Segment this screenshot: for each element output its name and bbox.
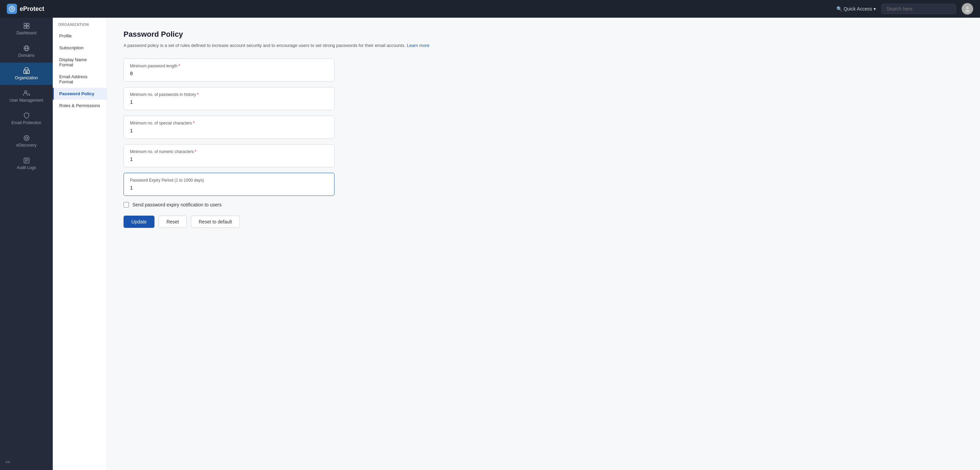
sub-sidebar: ORGANIZATION Profile Subscription Displa… <box>53 18 107 470</box>
sidebar-collapse-button[interactable]: << <box>0 454 53 470</box>
sidebar-item-organization-label: Organization <box>14 76 38 80</box>
sub-sidebar-item-display-name-format[interactable]: Display Name Format <box>53 54 107 71</box>
required-indicator: * <box>178 64 180 68</box>
chevron-down-icon: ▾ <box>873 6 876 11</box>
avatar <box>962 3 973 14</box>
sidebar-item-user-management-label: User Management <box>10 98 43 103</box>
logo: eProtect <box>7 4 837 14</box>
search-icon: 🔍 <box>837 6 842 11</box>
min-numeric-chars-field: Minimum no. of numeric characters * <box>124 144 334 167</box>
svg-point-2 <box>965 10 970 13</box>
required-indicator: * <box>197 92 199 97</box>
send-expiry-notification-checkbox[interactable] <box>124 202 129 208</box>
svg-point-1 <box>966 6 969 9</box>
sidebar-item-user-management[interactable]: User Management <box>0 85 53 108</box>
search-input[interactable] <box>881 4 956 14</box>
min-special-chars-field: Minimum no. of special characters * <box>124 116 334 139</box>
sidebar-item-audit-logs-label: Audit Logs <box>17 165 36 170</box>
sidebar-item-domains[interactable]: Domains <box>0 40 53 63</box>
min-password-length-field: Minimum password length * <box>124 59 334 82</box>
min-passwords-history-input[interactable] <box>130 99 328 105</box>
sidebar-item-dashboard[interactable]: Dashboard <box>0 18 53 40</box>
password-expiry-label: Password Expiry Period (1 to 1000 days) <box>130 178 328 183</box>
required-indicator: * <box>195 149 196 154</box>
svg-rect-11 <box>25 71 27 73</box>
svg-rect-5 <box>24 26 26 29</box>
required-indicator: * <box>193 121 195 125</box>
sidebar-item-organization[interactable]: Organization <box>0 63 53 85</box>
logo-text: eProtect <box>20 5 44 13</box>
svg-rect-3 <box>24 24 26 26</box>
sidebar-item-audit-logs[interactable]: Audit Logs <box>0 152 53 175</box>
password-expiry-field: Password Expiry Period (1 to 1000 days) <box>124 173 334 196</box>
min-passwords-history-field: Minimum no. of passwords in history * <box>124 87 334 110</box>
topnav: eProtect 🔍 Quick Access ▾ <box>0 0 980 18</box>
sub-sidebar-item-profile[interactable]: Profile <box>53 30 107 42</box>
min-passwords-history-label: Minimum no. of passwords in history * <box>130 92 328 97</box>
min-special-chars-label: Minimum no. of special characters * <box>130 121 328 125</box>
svg-point-12 <box>24 91 27 93</box>
min-numeric-chars-label: Minimum no. of numeric characters * <box>130 149 328 154</box>
main-layout: Dashboard Domains Organization <box>0 18 980 470</box>
page-title: Password Policy <box>124 30 964 39</box>
svg-rect-10 <box>24 70 29 73</box>
sidebar: Dashboard Domains Organization <box>0 18 53 470</box>
min-special-chars-input[interactable] <box>130 127 328 133</box>
sidebar-item-ediscovery[interactable]: eDiscovery <box>0 130 53 152</box>
sidebar-item-ediscovery-label: eDiscovery <box>16 143 37 148</box>
learn-more-link[interactable]: Learn more <box>407 43 429 48</box>
min-password-length-input[interactable] <box>130 70 328 76</box>
main-content: Password Policy A password policy is a s… <box>107 18 980 470</box>
min-numeric-chars-input[interactable] <box>130 156 328 162</box>
sidebar-item-dashboard-label: Dashboard <box>16 30 37 35</box>
min-password-length-label: Minimum password length * <box>130 64 328 68</box>
password-expiry-input[interactable] <box>130 185 328 191</box>
reset-button[interactable]: Reset <box>159 216 187 228</box>
logo-icon <box>7 4 17 14</box>
sub-sidebar-item-roles-permissions[interactable]: Roles & Permissions <box>53 100 107 111</box>
reset-to-default-button[interactable]: Reset to default <box>191 216 240 228</box>
quick-access-button[interactable]: 🔍 Quick Access ▾ <box>837 6 876 11</box>
update-button[interactable]: Update <box>124 216 154 228</box>
sidebar-item-domains-label: Domains <box>18 53 34 58</box>
quick-access-label: Quick Access <box>843 6 872 11</box>
sidebar-item-email-protection[interactable]: Email Protection <box>0 108 53 130</box>
button-row: Update Reset Reset to default <box>124 216 964 228</box>
send-expiry-notification-row: Send password expiry notification to use… <box>124 202 964 208</box>
topnav-right: 🔍 Quick Access ▾ <box>837 3 973 14</box>
sub-sidebar-item-subscription[interactable]: Subscription <box>53 42 107 54</box>
send-expiry-notification-label[interactable]: Send password expiry notification to use… <box>132 202 221 208</box>
sub-sidebar-item-password-policy[interactable]: Password Policy <box>53 88 107 100</box>
svg-rect-6 <box>27 26 29 29</box>
sub-sidebar-header: ORGANIZATION <box>53 18 107 30</box>
svg-point-13 <box>24 136 29 141</box>
svg-point-14 <box>25 137 27 140</box>
svg-rect-4 <box>27 24 29 26</box>
sub-sidebar-item-email-address-format[interactable]: Email Address Format <box>53 71 107 88</box>
sidebar-item-email-protection-label: Email Protection <box>11 121 41 125</box>
page-description: A password policy is a set of rules defi… <box>124 42 964 49</box>
